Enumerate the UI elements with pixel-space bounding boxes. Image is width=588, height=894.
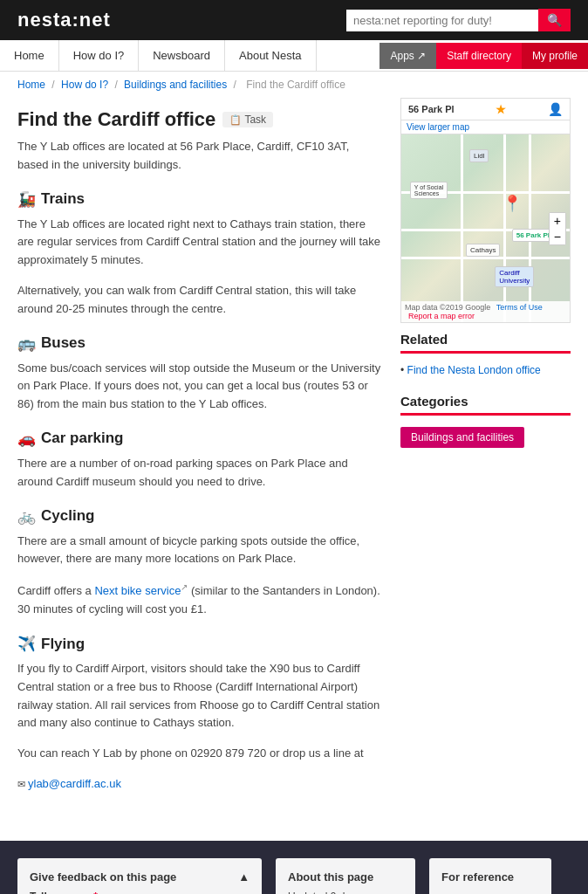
view-larger-map-link[interactable]: View larger map [401, 120, 570, 134]
breadcrumb-home[interactable]: Home [17, 79, 45, 91]
map-footer-text: Map data ©2019 Google [405, 303, 490, 312]
related-link-london[interactable]: Find the Nesta London office [400, 364, 541, 376]
intro-text: The Y Lab offices are located at 56 Park… [17, 138, 383, 175]
map-terms-link[interactable]: Terms of Use [496, 303, 543, 312]
map-container: 56 Park Pl ★ 👤 View larger map Lidl [400, 98, 571, 323]
car-parking-text: There are a number of on-road parking sp… [17, 455, 383, 492]
main-nav: Home How do I? Newsboard About Nesta App… [0, 40, 588, 72]
map-report-link[interactable]: Report a map error [408, 312, 475, 320]
tell-us-label: Tell us more * [30, 891, 250, 894]
bus-icon: 🚌 [17, 334, 36, 353]
nav-newsboard[interactable]: Newsboard [139, 40, 225, 71]
car-parking-heading: 🚗 Car parking [17, 430, 383, 448]
breadcrumb: Home / How do I? / Buildings and facilit… [0, 72, 588, 98]
map-image[interactable]: Lidl Y of SocialSciences 56 Park Place C… [401, 134, 571, 322]
cycling-text-2: Cardiff offers a Next bike service↗ (sim… [17, 581, 383, 619]
updated-text: Updated 9 days ago [288, 891, 403, 894]
breadcrumb-how-do-i[interactable]: How do I? [61, 79, 108, 91]
breadcrumb-current: Find the Cardiff office [246, 79, 345, 91]
breadcrumb-buildings[interactable]: Buildings and facilities [124, 79, 227, 91]
feedback-card: Give feedback on this page ▲ Tell us mor… [17, 858, 262, 894]
email-link[interactable]: ylab@cardiff.ac.uk [28, 777, 121, 790]
cycling-text-1: There are a small amount of bicycle park… [17, 533, 383, 569]
map-user-icon: 👤 [548, 102, 563, 116]
nav-my-profile[interactable]: My profile [522, 43, 588, 69]
chevron-up-icon: ▲ [238, 870, 250, 884]
search-input[interactable] [346, 10, 538, 31]
about-card: About this page Updated 9 days ago Publi… [276, 858, 415, 894]
page-title: Find the Cardiff office Task [17, 108, 383, 131]
nav-how-do-i[interactable]: How do I? [59, 40, 140, 71]
site-logo: nesta:net [17, 9, 111, 31]
nav-about-nesta[interactable]: About Nesta [225, 40, 317, 71]
nav-home[interactable]: Home [0, 40, 59, 71]
related-heading: Related [400, 332, 571, 354]
car-icon: 🚗 [17, 430, 36, 448]
map-zoom-controls: + − [549, 212, 566, 245]
for-reference-card: For reference Nesta website Jargon Buste… [429, 858, 551, 894]
next-bike-link[interactable]: Next bike service [94, 584, 181, 597]
for-reference-title: For reference [441, 870, 539, 884]
search-button[interactable]: 🔍 [538, 9, 571, 31]
map-address: 56 Park Pl [408, 104, 455, 114]
footer: Give feedback on this page ▲ Tell us mor… [0, 841, 588, 894]
zoom-in-button[interactable]: + [550, 213, 565, 229]
category-tag[interactable]: Buildings and facilities [400, 427, 524, 448]
buses-heading: 🚌 Buses [17, 334, 383, 353]
trains-heading: 🚂 Trains [17, 190, 383, 209]
plane-icon: ✈️ [17, 635, 36, 653]
trains-text-2: Alternatively, you can walk from Cardiff… [17, 282, 383, 319]
feedback-form: Tell us more * Send your comments about … [30, 891, 250, 894]
cycling-heading: 🚲 Cycling [17, 507, 383, 526]
flying-heading: ✈️ Flying [17, 635, 383, 653]
feedback-toggle[interactable]: Give feedback on this page ▲ [30, 870, 250, 884]
train-icon: 🚂 [17, 190, 36, 209]
reference-list: Nesta website Jargon Buster Employee Ass… [441, 891, 539, 894]
zoom-out-button[interactable]: − [550, 229, 565, 244]
trains-text-1: The Y Lab offices are located right next… [17, 216, 383, 270]
nav-apps[interactable]: Apps ↗ [379, 43, 436, 69]
map-star-icon: ★ [496, 103, 506, 116]
required-indicator: * [93, 891, 98, 894]
related-section: Related Find the Nesta London office [400, 332, 571, 376]
categories-section: Categories Buildings and facilities [400, 394, 571, 448]
email-icon: ✉ [17, 779, 25, 789]
search-bar: 🔍 [346, 9, 571, 31]
nav-staff-directory[interactable]: Staff directory [436, 43, 522, 69]
bike-icon: 🚲 [17, 507, 36, 526]
flying-text-2: You can reach Y Lab by phone on 02920 87… [17, 745, 383, 763]
flying-text-1: If you fly to Cardiff Airport, visitors … [17, 660, 383, 732]
buses-text: Some bus/coach services will stop outsid… [17, 360, 383, 414]
about-title: About this page [288, 870, 403, 884]
categories-heading: Categories [400, 394, 571, 416]
task-badge: Task [222, 112, 273, 127]
